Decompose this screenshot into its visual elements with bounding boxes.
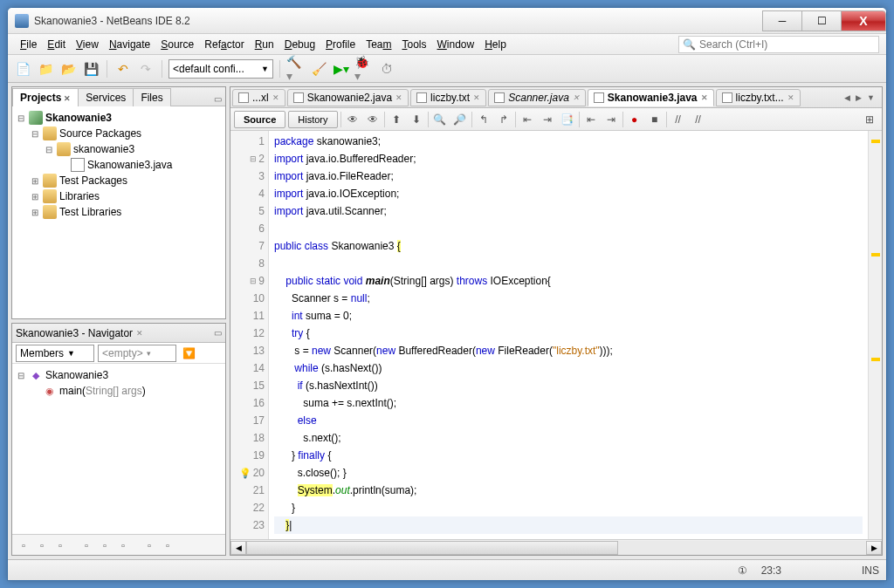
et-macro-stop-icon[interactable]: ■ — [646, 111, 664, 128]
et-hilite-icon[interactable]: 🔎 — [451, 111, 469, 128]
menu-navigate[interactable]: Navigate — [104, 37, 155, 52]
et-macro-rec-icon[interactable]: ● — [626, 111, 643, 128]
nav-btn-5[interactable]: ▫ — [97, 537, 113, 553]
save-all-button[interactable]: 💾 — [81, 59, 100, 79]
gutter[interactable]: 1⊟2345678⊟910111213141516171819💡20212223 — [230, 131, 269, 539]
editor-tab[interactable]: Scanner.java✕ — [488, 89, 586, 106]
menu-tools[interactable]: Tools — [396, 37, 431, 52]
tree-row[interactable]: ⊟Source Packages — [14, 126, 224, 141]
status-cursor-pos: 23:3 — [761, 564, 781, 577]
et-prev-icon[interactable]: ⬆ — [388, 111, 405, 128]
new-project-button[interactable]: 📁 — [36, 59, 55, 79]
et-shift-left-icon[interactable]: ⇤ — [582, 111, 600, 128]
et-find-icon[interactable]: 🔍 — [431, 111, 449, 128]
tree-row[interactable]: Skanowanie3.java — [14, 157, 224, 173]
editor-tab[interactable]: liczby.txt...✕ — [716, 89, 801, 106]
menu-debug[interactable]: Debug — [279, 37, 320, 52]
et-toggle-bookmark-icon[interactable]: 📑 — [559, 111, 576, 128]
navigator-footer: ▫ ▫ ▫ ▫ ▫ ▫ ▫ ▫ — [12, 534, 225, 555]
menu-refactor[interactable]: Refactor — [199, 37, 249, 52]
status-notifications-icon[interactable]: ① — [738, 564, 747, 577]
menu-source[interactable]: Source — [155, 37, 199, 52]
tree-row[interactable]: ⊟skanowanie3 — [14, 141, 224, 157]
navigator-minimize-icon[interactable]: ▭ — [214, 328, 222, 338]
nav-btn-1[interactable]: ▫ — [16, 537, 31, 553]
window-title: Skanowanie3 - NetBeans IDE 8.2 — [34, 15, 763, 27]
et-prev-bookmark-icon[interactable]: ⇤ — [519, 111, 536, 128]
navigator-filter-combo[interactable]: <empty>▾ — [98, 345, 176, 362]
nav-btn-4[interactable]: ▫ — [79, 537, 94, 553]
et-bm-prev-icon[interactable]: ↰ — [475, 111, 492, 128]
overview-ruler[interactable] — [868, 131, 882, 539]
redo-button[interactable]: ↷ — [136, 59, 155, 79]
tabs-list-icon[interactable]: ▼ — [865, 93, 877, 102]
tab-services[interactable]: Services — [78, 88, 134, 106]
search-box[interactable]: 🔍 — [678, 36, 879, 53]
et-expand-icon[interactable]: ⊞ — [861, 111, 878, 128]
menu-edit[interactable]: Edit — [42, 37, 71, 52]
et-shift-right-icon[interactable]: ⇥ — [602, 111, 620, 128]
editor-tab[interactable]: Skanowanie2.java✕ — [287, 89, 409, 106]
menu-file[interactable]: File — [15, 37, 42, 52]
run-button[interactable]: ▶▾ — [332, 59, 351, 79]
close-button[interactable]: X — [841, 10, 886, 31]
debug-button[interactable]: 🐞▾ — [354, 59, 374, 79]
menu-window[interactable]: Window — [432, 37, 480, 52]
nav-btn-6[interactable]: ▫ — [115, 537, 131, 553]
menu-help[interactable]: Help — [479, 37, 512, 52]
history-tab[interactable]: History — [288, 111, 337, 128]
nav-btn-8[interactable]: ▫ — [160, 537, 175, 553]
tree-row[interactable]: ⊞Test Libraries — [14, 204, 224, 220]
tabs-scroll-left-icon[interactable]: ◀ — [842, 93, 852, 102]
projects-minimize-icon[interactable]: ▭ — [210, 92, 225, 106]
menu-team[interactable]: Team — [361, 37, 396, 52]
navigator-filter-icon[interactable]: 🔽 — [180, 345, 197, 362]
hscroll-left-icon[interactable]: ◀ — [230, 541, 246, 555]
tree-row[interactable]: ⊟Skanowanie3 — [14, 110, 224, 126]
editor-tab[interactable]: Skanowanie3.java✕ — [588, 89, 714, 106]
et-back-icon[interactable]: 👁 — [344, 111, 361, 128]
new-file-button[interactable]: 📄 — [13, 59, 32, 79]
editor-panel: ...xl✕Skanowanie2.java✕liczby.txt✕Scanne… — [230, 86, 883, 556]
open-button[interactable]: 📂 — [58, 59, 78, 79]
status-insert-mode[interactable]: INS — [862, 564, 879, 577]
navigator-members-combo[interactable]: Members▼ — [16, 345, 94, 362]
hscroll-right-icon[interactable]: ▶ — [866, 541, 882, 555]
clean-build-button[interactable]: 🧹 — [309, 59, 328, 79]
horizontal-scrollbar[interactable]: ◀ ▶ — [230, 539, 882, 555]
tree-row[interactable]: ⊞Libraries — [14, 188, 224, 204]
nav-btn-2[interactable]: ▫ — [34, 537, 50, 553]
tab-projects[interactable]: Projects✕ — [12, 88, 79, 106]
et-fwd-icon[interactable]: 👁 — [364, 111, 382, 128]
source-tab[interactable]: Source — [234, 111, 285, 128]
profile-button[interactable]: ⏱ — [377, 59, 396, 79]
maximize-button[interactable]: ☐ — [801, 10, 842, 31]
menu-run[interactable]: Run — [250, 37, 279, 52]
menu-view[interactable]: View — [71, 37, 104, 52]
projects-tree[interactable]: ⊟Skanowanie3⊟Source Packages⊟skanowanie3… — [12, 106, 225, 318]
tree-row[interactable]: ◉main(String[] args) — [14, 383, 224, 399]
window-controls: ─ ☐ X — [763, 10, 886, 31]
build-button[interactable]: 🔨▾ — [286, 59, 306, 79]
search-input[interactable] — [699, 38, 875, 51]
nav-btn-7[interactable]: ▫ — [141, 537, 157, 553]
navigator-tree[interactable]: ⊟◆Skanowanie3◉main(String[] args) — [12, 364, 225, 534]
undo-button[interactable]: ↶ — [113, 59, 133, 79]
et-next-icon[interactable]: ⬇ — [408, 111, 425, 128]
et-uncomment-icon[interactable]: // — [690, 111, 707, 128]
et-comment-icon[interactable]: // — [670, 111, 687, 128]
editor-tab[interactable]: ...xl✕ — [232, 89, 285, 106]
tabs-scroll-right-icon[interactable]: ▶ — [854, 93, 863, 102]
nav-btn-3[interactable]: ▫ — [52, 537, 68, 553]
editor-tab[interactable]: liczby.txt✕ — [410, 89, 486, 106]
tab-files[interactable]: Files — [133, 88, 170, 106]
left-column: Projects✕ Services Files ▭ ⊟Skanowanie3⊟… — [11, 86, 226, 556]
menu-profile[interactable]: Profile — [320, 37, 361, 52]
et-bm-next-icon[interactable]: ↱ — [495, 111, 512, 128]
tree-row[interactable]: ⊟◆Skanowanie3 — [14, 367, 224, 383]
tree-row[interactable]: ⊞Test Packages — [14, 173, 224, 188]
et-next-bookmark-icon[interactable]: ⇥ — [539, 111, 556, 128]
config-combo[interactable]: <default confi...▼ — [168, 59, 273, 79]
minimize-button[interactable]: ─ — [762, 10, 802, 31]
code-editor[interactable]: package skanowanie3;import java.io.Buffe… — [269, 131, 868, 539]
